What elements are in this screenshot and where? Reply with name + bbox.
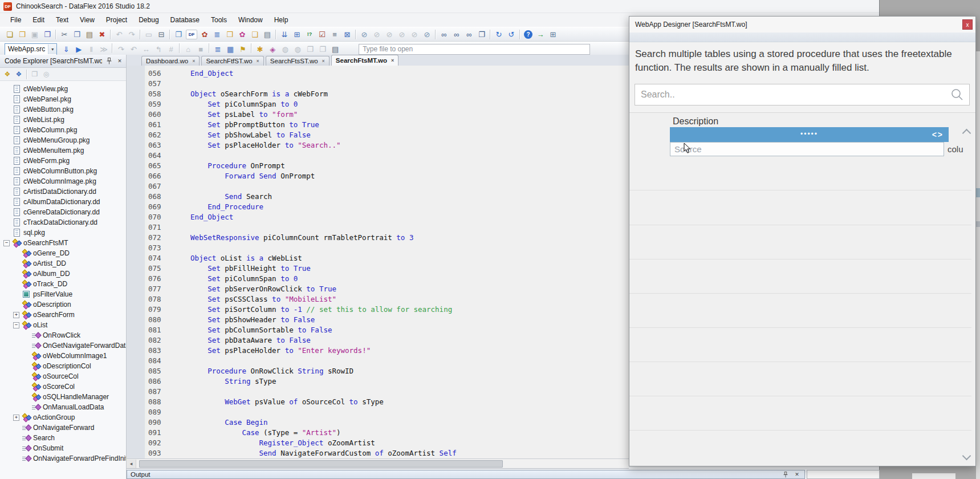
- scroll-down-icon[interactable]: [962, 452, 971, 461]
- tree-item-oScoreCol[interactable]: oScoreCol: [0, 381, 126, 392]
- menu-view[interactable]: View: [74, 14, 100, 26]
- delete-icon[interactable]: ✖: [96, 29, 108, 40]
- scroll-left-icon[interactable]: ◂: [127, 460, 136, 468]
- copy-icon[interactable]: ❐: [71, 29, 83, 40]
- help-icon[interactable]: ?: [524, 30, 532, 39]
- find-icon[interactable]: ∞: [438, 29, 450, 40]
- tab-close-icon[interactable]: ×: [257, 58, 259, 64]
- find-grid-icon[interactable]: ⊠: [341, 29, 353, 40]
- toggle-breakpoint-icon[interactable]: ⊘: [358, 29, 371, 40]
- menu-window[interactable]: Window: [233, 14, 269, 26]
- tab-close-icon[interactable]: ×: [192, 58, 195, 64]
- tree-item-cWebColumnButton.pkg[interactable]: cWebColumnButton.pkg: [0, 166, 126, 176]
- step-into-icon[interactable]: ↷: [115, 43, 127, 55]
- syntax-check-icon[interactable]: !?: [303, 29, 316, 40]
- option-a-icon[interactable]: ◍: [279, 43, 291, 55]
- tree-item-OnNavigateForward[interactable]: OnNavigateForward: [0, 423, 126, 433]
- window-b-icon[interactable]: ❐: [316, 43, 329, 55]
- screen-icon[interactable]: ▭: [143, 29, 155, 40]
- tree-item-OnSubmit[interactable]: OnSubmit: [0, 443, 126, 453]
- clear-breakpoints-icon[interactable]: ⊘: [421, 29, 433, 40]
- scroll-up-icon[interactable]: [962, 129, 971, 138]
- type-file-to-open-input[interactable]: Type file to open: [359, 44, 590, 55]
- code-select-icon[interactable]: ⊞: [291, 29, 303, 40]
- compile-icon[interactable]: ⇓: [60, 43, 72, 55]
- dataflex-logo-icon[interactable]: DF: [186, 30, 197, 39]
- tree-item-oActionGroup[interactable]: + oActionGroup: [0, 412, 126, 423]
- tree-item-cWebList.pkg[interactable]: cWebList.pkg: [0, 115, 126, 125]
- properties-window-icon[interactable]: ❐: [29, 69, 40, 79]
- stop-icon[interactable]: ■: [194, 43, 207, 55]
- bookmark-flag-icon[interactable]: ⚑: [237, 43, 249, 55]
- project-combo[interactable]: WebApp.src ▾: [5, 43, 57, 55]
- tree-expander-icon[interactable]: +: [13, 312, 19, 318]
- new-file-icon[interactable]: ❏: [3, 29, 16, 40]
- tree-item-psFilterValue[interactable]: psFilterValue: [0, 289, 126, 299]
- selected-control-overlay[interactable]: ••••• <>: [670, 127, 949, 142]
- panel-layout-icon[interactable]: ⊞: [547, 29, 559, 40]
- chevron-down-icon[interactable]: ▾: [48, 44, 56, 54]
- todo-list-icon[interactable]: ☑: [316, 29, 328, 40]
- sort-objects-icon[interactable]: ❖: [2, 69, 13, 79]
- source-column-field[interactable]: Source: [670, 142, 944, 156]
- refresh-icon[interactable]: ↻: [493, 29, 505, 40]
- tree-item-cWebMenuGroup.pkg[interactable]: cWebMenuGroup.pkg: [0, 135, 126, 145]
- tree-item-oArtist_DD[interactable]: oArtist_DD: [0, 258, 126, 269]
- option-b-icon[interactable]: ◍: [291, 43, 304, 55]
- designer-title[interactable]: WebApp Designer [SearchFtsMT.wo]: [629, 17, 975, 33]
- menu-debug[interactable]: Debug: [133, 14, 164, 26]
- window-a-icon[interactable]: ❐: [304, 43, 316, 55]
- view-code-icon[interactable]: <>: [932, 127, 944, 142]
- tab-Dashboard.wo[interactable]: Dashboard.wo ×: [141, 56, 200, 66]
- output-panel-header[interactable]: Output ✕: [127, 470, 805, 479]
- styles-icon[interactable]: ✿: [198, 29, 211, 40]
- goto-definition-icon[interactable]: ⇊: [278, 29, 291, 40]
- tree-item-Search[interactable]: Search: [0, 433, 126, 443]
- line-list-icon[interactable]: ≡: [328, 29, 341, 40]
- tree-item-cWebView.pkg[interactable]: cWebView.pkg: [0, 84, 126, 94]
- tree-item-cWebButton.pkg[interactable]: cWebButton.pkg: [0, 104, 126, 115]
- cut-icon[interactable]: ✂: [58, 29, 71, 40]
- tab-SearchFtfST.wo[interactable]: SearchFtfST.wo ×: [201, 56, 263, 66]
- style-diamond-icon[interactable]: ◈: [266, 43, 279, 55]
- tree-item-cArtistDataDictionary.dd[interactable]: cArtistDataDictionary.dd: [0, 186, 126, 197]
- sort-by-type-icon[interactable]: ❖: [13, 69, 25, 79]
- menu-help[interactable]: Help: [269, 14, 294, 26]
- tree-item-oSourceCol[interactable]: oSourceCol: [0, 371, 126, 381]
- tree-item-oWebColumnImage1[interactable]: oWebColumnImage1: [0, 351, 126, 361]
- horizontal-scrollbar[interactable]: ◂: [127, 458, 629, 468]
- find-in-files-icon[interactable]: ❐: [475, 29, 488, 40]
- breakpoint-prev-icon[interactable]: ⊘: [371, 29, 383, 40]
- tree-item-oDescription[interactable]: oDescription: [0, 299, 126, 310]
- run-to-cursor-icon[interactable]: ↔: [140, 43, 152, 55]
- link-view-icon[interactable]: ◎: [40, 69, 52, 79]
- tab-SearchFtsMT.wo[interactable]: SearchFtsMT.wo ×: [331, 55, 398, 66]
- undo-icon[interactable]: ↶: [113, 29, 125, 40]
- open-workspace-icon[interactable]: ❒: [223, 29, 236, 40]
- tab-close-icon[interactable]: ×: [322, 58, 325, 64]
- pause-icon[interactable]: ‖: [85, 43, 97, 55]
- find-previous-icon[interactable]: ∞: [450, 29, 463, 40]
- save-icon[interactable]: ▣: [29, 29, 41, 40]
- menu-file[interactable]: File: [5, 14, 27, 26]
- menu-project[interactable]: Project: [100, 14, 133, 26]
- home-icon[interactable]: ⌂: [182, 43, 194, 55]
- breakpoint-enable-icon[interactable]: ⊘: [396, 29, 408, 40]
- tree-item-oAlbum_DD[interactable]: oAlbum_DD: [0, 269, 126, 279]
- goto-line-icon[interactable]: ↰: [152, 43, 165, 55]
- tab-SearchFtsST.wo[interactable]: SearchFtsST.wo ×: [266, 56, 330, 66]
- tree-item-cWebMenuItem.pkg[interactable]: cWebMenuItem.pkg: [0, 145, 126, 156]
- tree-expander-icon[interactable]: +: [13, 415, 19, 421]
- tree-item-cWebColumn.pkg[interactable]: cWebColumn.pkg: [0, 125, 126, 135]
- save-all-icon[interactable]: ❐: [41, 29, 54, 40]
- menu-database[interactable]: Database: [165, 14, 205, 26]
- pin-icon[interactable]: [782, 470, 790, 478]
- tree-item-OnGetNavigateForwardData[interactable]: OnGetNavigateForwardData: [0, 340, 126, 351]
- tree-item-oSQLHandleManager[interactable]: oSQLHandleManager: [0, 392, 126, 402]
- tree-item-cWebForm.pkg[interactable]: cWebForm.pkg: [0, 156, 126, 166]
- go-exit-icon[interactable]: →: [534, 29, 547, 40]
- tree-item-cWebColumnImage.pkg[interactable]: cWebColumnImage.pkg: [0, 176, 126, 186]
- title-bar[interactable]: DF ChinookSearch - DataFlex 2016 Studio …: [0, 0, 879, 13]
- step-over-icon[interactable]: ≫: [97, 43, 110, 55]
- tab-close-icon[interactable]: ×: [391, 58, 394, 63]
